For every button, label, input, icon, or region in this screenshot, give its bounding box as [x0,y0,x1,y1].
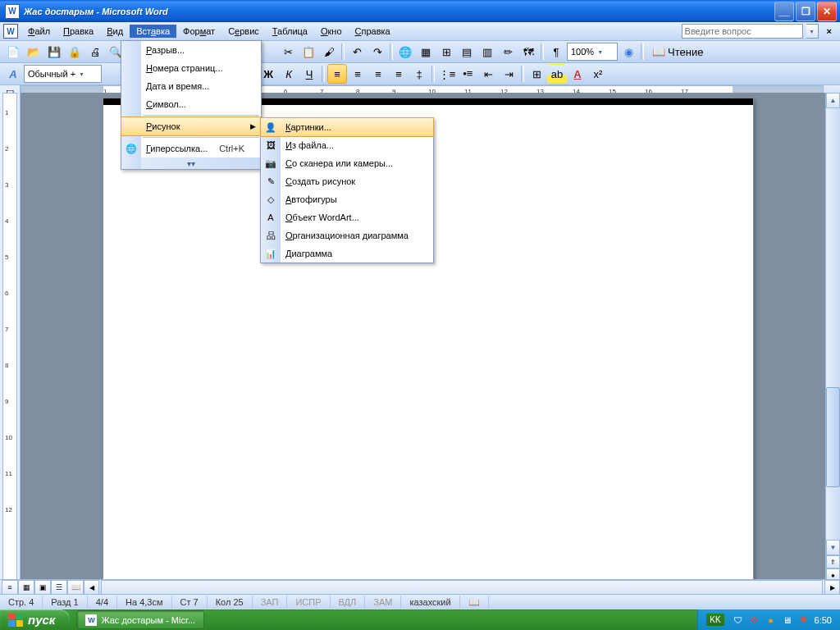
increase-indent-icon[interactable]: ⇥ [499,64,518,84]
status-spell-icon[interactable]: 📖 [460,596,489,609]
vertical-scrollbar[interactable]: ▲ ▼ ⇑ ● ⇓ [825,93,840,595]
insert-menu-item[interactable]: Разрыв... [121,41,261,59]
columns-icon[interactable]: ▥ [477,42,497,62]
scroll-right-icon[interactable]: ▶ [824,580,840,595]
redo-icon[interactable]: ↷ [368,42,387,62]
scroll-down-icon[interactable]: ▼ [826,540,840,555]
menu-edit[interactable]: Правка [57,25,100,38]
picture-submenu-item[interactable]: 📷Со сканера или камеры... [261,154,433,172]
minimize-button[interactable]: __ [774,2,794,21]
menu-tools[interactable]: Сервис [221,25,266,38]
format-painter-icon[interactable]: 🖌 [319,42,339,62]
font-color-icon[interactable]: A [568,64,587,84]
new-doc-icon[interactable]: 📄 [3,42,23,62]
status-section: Разд 1 [43,596,87,609]
status-trk[interactable]: ИСПР [287,596,330,609]
print-view-icon[interactable]: ▣ [34,580,51,595]
status-lang[interactable]: казахский [401,596,459,609]
insert-menu-item[interactable]: 🌐Гиперссылка...Ctrl+K [121,139,261,158]
numbering-icon[interactable]: ⋮≡ [437,64,457,84]
picture-submenu-item[interactable]: ✎Создать рисунок [261,172,433,190]
cut-icon[interactable]: ✂ [278,42,298,62]
tables-borders-icon[interactable]: ▦ [416,42,436,62]
permission-icon[interactable]: 🔒 [65,42,84,62]
language-indicator[interactable]: KK [706,614,724,626]
menu-table[interactable]: Таблица [266,25,314,38]
windows-flag-icon [8,614,23,627]
drawing-icon[interactable]: ✏ [498,42,518,62]
menu-window[interactable]: Окно [314,25,349,38]
menu-file[interactable]: Файл [21,25,57,38]
vertical-ruler[interactable]: 123456789101112 [0,93,21,595]
scroll-up-icon[interactable]: ▲ [826,93,840,108]
menu-view[interactable]: Вид [100,25,130,38]
scroll-left-icon[interactable]: ◀ [84,580,99,595]
undo-icon[interactable]: ↶ [347,42,367,62]
highlight-icon[interactable]: ab [547,64,567,84]
picture-submenu-item[interactable]: ◇Автофигуры [261,190,433,208]
menu-help[interactable]: Справка [349,25,397,38]
show-hide-icon[interactable]: ¶ [546,42,566,62]
hyperlink-icon[interactable]: 🌐 [395,42,415,62]
open-icon[interactable]: 📂 [24,42,43,62]
picture-submenu-item[interactable]: 👤Картинки... [260,117,434,137]
prev-page-icon[interactable]: ⇑ [826,555,840,568]
insert-menu-item[interactable]: Рисунок▶ [121,116,262,136]
tray-clock[interactable]: 6:50 [815,615,832,625]
maximize-button[interactable]: ❐ [796,2,815,21]
justify-icon[interactable]: ≡ [389,64,409,84]
italic-icon[interactable]: К [279,64,299,84]
decrease-indent-icon[interactable]: ⇤ [478,64,498,84]
scroll-thumb[interactable] [826,387,840,487]
help-icon[interactable]: ◉ [619,42,638,62]
picture-submenu-item[interactable]: AОбъект WordArt... [261,208,433,226]
insert-menu-item[interactable]: Дата и время... [121,77,261,95]
insert-menu-item[interactable]: Символ... [121,95,261,113]
horizontal-scroll-track[interactable] [101,580,823,595]
align-left-icon[interactable]: ≡ [327,64,347,84]
taskbar-word-button[interactable]: W Жас достарым - Micr... [76,610,204,629]
insert-menu-item[interactable]: Номера страниц... [121,59,261,77]
doc-close-button[interactable]: × [822,26,837,36]
superscript-icon[interactable]: x² [588,64,608,84]
outline-view-icon[interactable]: ☰ [51,580,67,595]
picture-submenu-item[interactable]: 🖼Из файла... [261,136,433,154]
bullets-icon[interactable]: ⦁≡ [458,64,477,84]
menu-format[interactable]: Формат [176,25,221,38]
help-dropdown-icon[interactable]: ▼ [806,24,819,39]
docmap-icon[interactable]: 🗺 [518,42,538,62]
reading-view-icon[interactable]: 📖 [67,580,84,595]
read-mode-button[interactable]: 📖 Чтение [646,42,709,62]
status-ext[interactable]: ВДЛ [331,596,366,609]
align-center-icon[interactable]: ≡ [348,64,368,84]
styles-icon[interactable]: A [3,64,23,84]
underline-icon[interactable]: Ч [299,64,319,84]
tray-icon-3[interactable]: ● [765,614,777,626]
line-spacing-icon[interactable]: ‡ [409,64,429,84]
tray-icon-5[interactable]: ✖ [798,614,810,626]
status-col: Кол 25 [208,596,253,609]
start-button[interactable]: пуск [0,609,70,630]
status-ovr[interactable]: ЗАМ [365,596,401,609]
menu-insert[interactable]: Вставка [130,25,176,38]
picture-submenu-item[interactable]: 📊Диаграмма [261,244,433,262]
save-icon[interactable]: 💾 [44,42,64,62]
tray-icon-4[interactable]: 🖥 [782,614,793,626]
style-combo[interactable]: Обычный +▼ [24,65,102,83]
align-right-icon[interactable]: ≡ [368,64,388,84]
borders-icon[interactable]: ⊞ [527,64,546,84]
tray-icon-2[interactable]: ⊘ [749,614,760,626]
help-search-input[interactable] [682,24,803,39]
print-icon[interactable]: 🖨 [85,42,105,62]
excel-icon[interactable]: ▤ [457,42,477,62]
picture-submenu-item[interactable]: 品Организационная диаграмма [261,226,433,244]
zoom-combo[interactable]: 100%▼ [567,43,618,61]
web-view-icon[interactable]: ▦ [18,580,34,595]
close-button[interactable]: ✕ [817,2,837,21]
tray-icon-1[interactable]: 🛡 [733,614,744,626]
status-rec[interactable]: ЗАП [253,596,288,609]
insert-table-icon[interactable]: ⊞ [436,42,456,62]
expand-menu-icon[interactable]: ▾▾ [121,158,261,169]
paste-icon[interactable]: 📋 [299,42,318,62]
normal-view-icon[interactable]: ≡ [2,580,18,595]
